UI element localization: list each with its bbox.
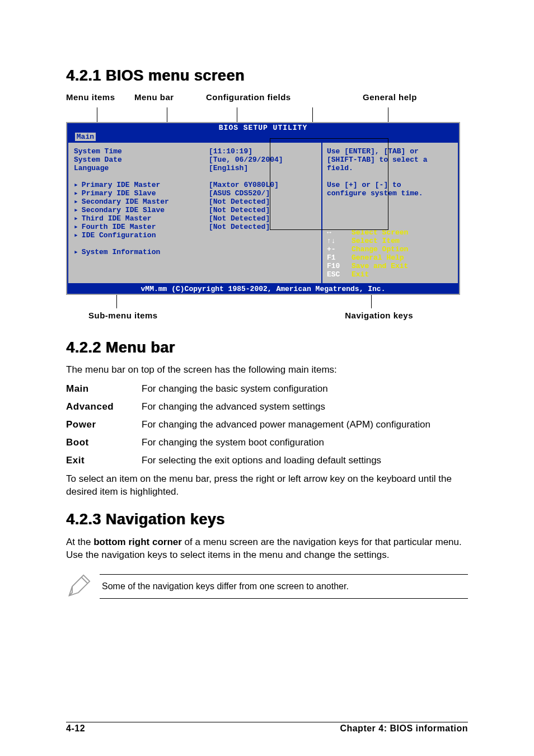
nav-keys-text: At the bottom right corner of a menu scr… [66, 536, 468, 562]
nav-label: Change Option [352, 245, 408, 253]
note-text: Some of the navigation keys differ from … [100, 574, 468, 599]
nav-label: General Help [352, 253, 404, 262]
dl-desc: For changing the basic system configurat… [142, 383, 468, 395]
dl-desc: For selecting the exit options and loadi… [142, 455, 468, 466]
note-block: Some of the navigation keys differ from … [66, 574, 468, 599]
menu-bar-text: To select an item on the menu bar, press… [66, 473, 468, 499]
page-number: 4-12 [66, 724, 85, 734]
dl-term: Power [66, 419, 142, 430]
menu-bar-list: MainFor changing the basic system config… [66, 383, 468, 466]
item-primary-ide-slave[interactable]: Primary IDE Slave [74, 189, 200, 198]
nav-label: Save and Exit [352, 262, 408, 270]
nav-text-bold: bottom right corner [93, 537, 182, 547]
nav-label: Select Item [352, 237, 400, 245]
bios-config-values: [11:10:19] [Tue, 06/29/2004] [English] [… [203, 142, 321, 284]
value-third-ide-master: [Not Detected] [209, 214, 318, 223]
value-fourth-ide-master: [Not Detected] [209, 223, 318, 231]
callout-nav-keys: Navigation keys [345, 311, 413, 320]
nav-key: ESC [327, 270, 352, 279]
bios-tab-main[interactable]: Main [75, 133, 96, 141]
bios-tabbar: Main [67, 133, 459, 142]
chapter-label: Chapter 4: BIOS information [340, 724, 468, 734]
bios-screen: BIOS SETUP UTILITY Main System Time Syst… [66, 122, 460, 295]
help-line: Use [+] or [-] to [327, 181, 453, 189]
callout-config-fields: Configuration fields [206, 92, 363, 102]
bios-nav-keys: ↔Select Screen ↑↓Select Item +-Change Op… [327, 228, 453, 279]
menu-bar-intro: The menu bar on top of the screen has th… [66, 364, 468, 375]
dl-term: Boot [66, 437, 142, 448]
nav-key: +- [327, 245, 352, 253]
callout-menu-items: Menu items [66, 92, 134, 102]
item-system-date[interactable]: System Date [74, 156, 200, 164]
nav-key: ↑↓ [327, 237, 352, 245]
dl-desc: For changing the advanced power manageme… [142, 419, 468, 430]
value-secondary-ide-slave: [Not Detected] [209, 206, 318, 214]
callout-general-help: General help [363, 92, 417, 102]
dl-term: Advanced [66, 401, 142, 412]
item-ide-config[interactable]: IDE Configuration [74, 231, 200, 240]
nav-key: F1 [327, 253, 352, 262]
value-language[interactable]: [English] [209, 164, 318, 172]
heading-423: 4.2.3 Navigation keys [66, 511, 468, 528]
bios-figure: BIOS SETUP UTILITY Main System Time Syst… [66, 106, 468, 320]
heading-422: 4.2.2 Menu bar [66, 339, 468, 356]
help-line: Use [ENTER], [TAB] or [327, 147, 453, 156]
help-line: field. [327, 164, 453, 172]
item-third-ide-master[interactable]: Third IDE Master [74, 214, 200, 223]
callout-menu-bar: Menu bar [134, 92, 206, 102]
pencil-icon [66, 574, 91, 599]
item-language[interactable]: Language [74, 164, 200, 172]
bios-menu-items: System Time System Date Language Primary… [67, 142, 203, 284]
dl-desc: For changing the system boot configurati… [142, 437, 468, 448]
item-system-time[interactable]: System Time [74, 147, 200, 156]
bios-title: BIOS SETUP UTILITY [67, 123, 459, 133]
nav-text-a: At the [66, 537, 93, 547]
nav-key: F10 [327, 262, 352, 270]
value-system-date[interactable]: [Tue, 06/29/2004] [209, 156, 318, 164]
item-fourth-ide-master[interactable]: Fourth IDE Master [74, 223, 200, 231]
nav-label: Exit [352, 270, 369, 279]
item-secondary-ide-master[interactable]: Secondary IDE Master [74, 198, 200, 206]
page-footer: 4-12 Chapter 4: BIOS information [66, 722, 468, 734]
dl-term: Exit [66, 455, 142, 466]
heading-421: 4.2.1 BIOS menu screen [66, 67, 468, 84]
item-secondary-ide-slave[interactable]: Secondary IDE Slave [74, 206, 200, 214]
value-secondary-ide-master: [Not Detected] [209, 198, 318, 206]
value-system-time[interactable]: [11:10:19] [209, 147, 318, 156]
help-line: [SHIFT-TAB] to select a [327, 156, 453, 164]
nav-label: Select Screen [352, 228, 408, 237]
item-system-information[interactable]: System Information [74, 248, 200, 256]
callout-submenu-items: Sub-menu items [88, 311, 158, 320]
value-primary-ide-slave: [ASUS CDS520/] [209, 189, 318, 198]
bios-copyright: vMM.mm (C)Copyright 1985-2002, American … [67, 284, 459, 294]
dl-term: Main [66, 383, 142, 395]
bios-general-help: Use [ENTER], [TAB] or [SHIFT-TAB] to sel… [327, 147, 453, 198]
dl-desc: For changing the advanced system setting… [142, 401, 468, 412]
nav-key: ↔ [327, 228, 352, 237]
value-primary-ide-master: [Maxtor 6Y080L0] [209, 181, 318, 189]
callouts-top: Menu items Menu bar Configuration fields… [66, 92, 468, 102]
help-line: configure system time. [327, 189, 453, 198]
item-primary-ide-master[interactable]: Primary IDE Master [74, 181, 200, 189]
